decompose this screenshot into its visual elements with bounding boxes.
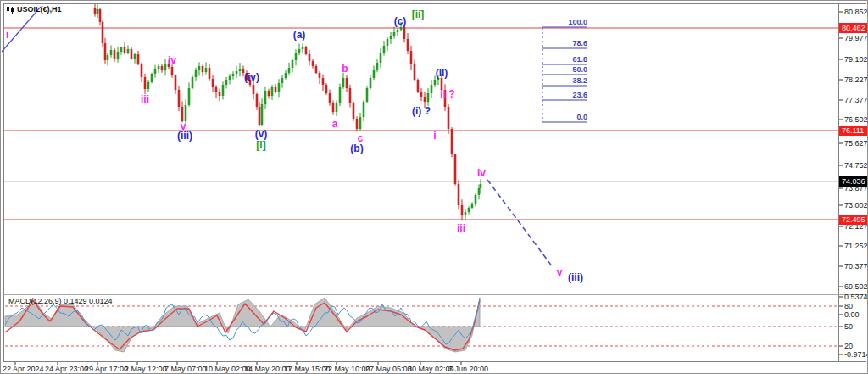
main-chart-plot-area[interactable] — [4, 4, 838, 293]
macd-plot-area[interactable] — [4, 295, 838, 361]
price-scale[interactable] — [839, 1, 868, 361]
time-scale[interactable] — [1, 362, 868, 374]
trading-chart-window: USOIL(€),H1 MACD(12,26,9) 0.1429 0.0124 … — [0, 0, 868, 374]
